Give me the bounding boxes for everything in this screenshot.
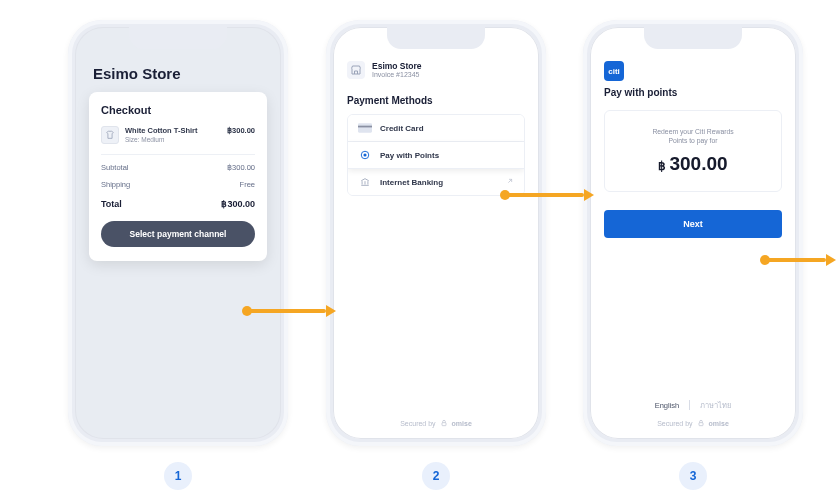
product-meta: Size: Medium: [125, 136, 197, 143]
checkout-heading: Checkout: [101, 104, 255, 116]
svg-rect-0: [358, 123, 372, 132]
diagram-stage: Esimo Store Checkout White Cotton T-Shir…: [0, 0, 838, 503]
points-icon: [358, 150, 372, 160]
phone-notch: [129, 27, 227, 49]
bank-icon: [358, 177, 372, 187]
payment-methods-list: Credit Card Pay with Points: [347, 114, 525, 196]
svg-rect-1: [358, 126, 372, 128]
secured-prefix: Secured by: [657, 420, 692, 427]
divider: [689, 400, 690, 410]
merchant-row: Esimo Store Invoice #12345: [347, 61, 525, 79]
total-label: Total: [101, 199, 122, 209]
external-link-icon: [506, 177, 514, 187]
store-title: Esimo Store: [93, 65, 267, 82]
merchant-name: Esimo Store: [372, 62, 422, 71]
next-button[interactable]: Next: [604, 210, 782, 238]
secured-by: Secured by omise: [347, 419, 525, 427]
step-badge-1: 1: [164, 462, 192, 490]
product-name: White Cotton T-Shirt: [125, 126, 197, 135]
pay-with-points-heading: Pay with points: [604, 87, 782, 98]
lang-english[interactable]: English: [655, 401, 680, 410]
secured-prefix: Secured by: [400, 420, 435, 427]
redeem-hint-line: Points to pay for: [668, 137, 717, 144]
checkout-card: Checkout White Cotton T-Shirt Size: Medi…: [89, 92, 267, 261]
step-badge-3: 3: [679, 462, 707, 490]
select-payment-channel-button[interactable]: Select payment channel: [101, 221, 255, 247]
payment-method-credit-card[interactable]: Credit Card: [348, 115, 524, 142]
redeem-amount: ฿ 300.00: [615, 153, 771, 175]
secured-by: Secured by omise: [604, 419, 782, 427]
phone-2: Esimo Store Invoice #12345 Payment Metho…: [326, 20, 546, 446]
svg-rect-4: [442, 423, 446, 426]
phone-notch: [644, 27, 742, 49]
amount-value: 300.00: [669, 153, 727, 175]
payment-method-label: Pay with Points: [380, 151, 439, 160]
redeem-hint-line: Redeem your Citi Rewards: [652, 128, 733, 135]
tshirt-icon: [101, 126, 119, 144]
secured-brand: omise: [709, 420, 729, 427]
language-switcher: English ภาษาไทย: [604, 399, 782, 411]
redeem-card: Redeem your Citi Rewards Points to pay f…: [604, 110, 782, 192]
credit-card-icon: [358, 123, 372, 133]
payment-method-internet-banking[interactable]: Internet Banking: [348, 169, 524, 195]
citi-badge-icon: citi: [604, 61, 624, 81]
payment-method-label: Internet Banking: [380, 178, 443, 187]
secured-brand: omise: [452, 420, 472, 427]
payment-method-pay-with-points[interactable]: Pay with Points: [348, 142, 524, 169]
invoice-label: Invoice #12345: [372, 71, 422, 78]
currency-symbol: ฿: [658, 159, 666, 173]
phone-notch: [387, 27, 485, 49]
phone-1: Esimo Store Checkout White Cotton T-Shir…: [68, 20, 288, 446]
payment-methods-heading: Payment Methods: [347, 95, 525, 106]
total-value: ฿300.00: [221, 199, 255, 209]
storefront-icon: [347, 61, 365, 79]
phone-3: citi Pay with points Redeem your Citi Re…: [583, 20, 803, 446]
product-row: White Cotton T-Shirt Size: Medium ฿300.0…: [101, 126, 255, 155]
lock-icon: [697, 419, 705, 427]
svg-point-3: [363, 153, 366, 156]
subtotal-value: ฿300.00: [227, 163, 255, 172]
subtotal-label: Subtotal: [101, 163, 129, 172]
product-price: ฿300.00: [227, 126, 255, 135]
svg-rect-5: [699, 423, 703, 426]
shipping-label: Shipping: [101, 180, 130, 189]
step-badge-2: 2: [422, 462, 450, 490]
redeem-hint: Redeem your Citi Rewards Points to pay f…: [615, 127, 771, 145]
payment-method-label: Credit Card: [380, 124, 424, 133]
lang-thai[interactable]: ภาษาไทย: [700, 399, 731, 411]
shipping-value: Free: [240, 180, 255, 189]
lock-icon: [440, 419, 448, 427]
